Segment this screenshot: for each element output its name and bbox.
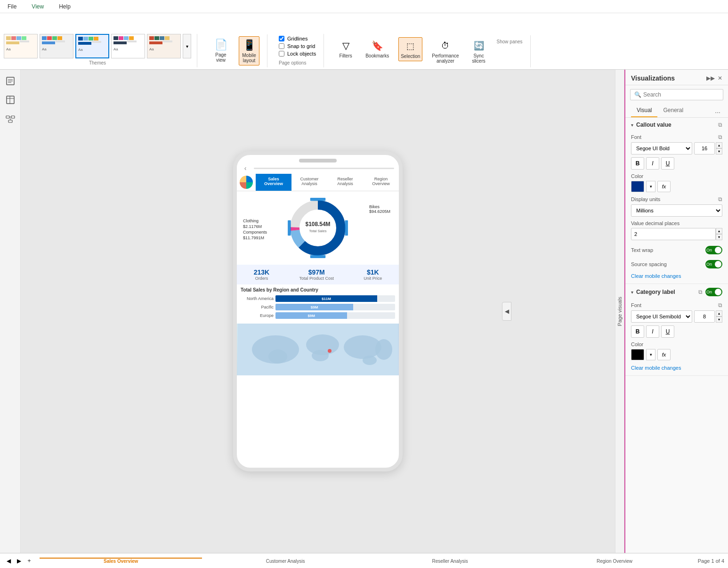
menu-help[interactable]: Help bbox=[55, 1, 74, 12]
kpi-cost: $97M Total Product Cost bbox=[299, 268, 334, 281]
source-spacing-toggle[interactable]: On bbox=[705, 260, 722, 268]
bottom-tab-customer[interactable]: Customer Analysis bbox=[204, 558, 366, 564]
theme-4[interactable]: Aa bbox=[111, 34, 145, 58]
nav-tab-sales[interactable]: SalesOverview bbox=[256, 174, 291, 191]
themes-more-btn[interactable]: ▾ bbox=[183, 34, 191, 58]
decimal-up[interactable]: ▴ bbox=[716, 228, 722, 234]
font-family-select-2[interactable]: Segoe UI Semibold bbox=[631, 310, 692, 323]
legend-clothing-value: $2.1176M bbox=[243, 224, 267, 229]
font-label-row-2: Font ⧉ bbox=[631, 302, 722, 308]
display-units-copy[interactable]: ⧉ bbox=[718, 196, 722, 203]
color-swatch-2[interactable] bbox=[631, 349, 644, 360]
fx-btn-2[interactable]: fx bbox=[657, 349, 671, 360]
text-wrap-toggle[interactable]: On bbox=[705, 246, 722, 254]
font-size-input-2[interactable] bbox=[694, 310, 715, 323]
bold-btn-2[interactable]: B bbox=[631, 325, 644, 338]
callout-value-header[interactable]: ▾ Callout value ⧉ bbox=[625, 118, 728, 132]
nav-tab-customer[interactable]: CustomerAnalysis bbox=[291, 174, 327, 191]
mobile-layout-btn[interactable]: 📱 Mobile layout bbox=[239, 36, 259, 65]
gridlines-checkbox[interactable]: Gridlines bbox=[279, 36, 316, 41]
page-view-btn[interactable]: 📄 Page view bbox=[210, 36, 231, 65]
bar-value-eur: $9M bbox=[307, 314, 315, 318]
sync-slicers-btn[interactable]: 🔄 Sync slicers bbox=[469, 37, 489, 65]
bold-btn-1[interactable]: B bbox=[631, 157, 644, 170]
svg-point-24 bbox=[268, 349, 287, 364]
page-visuals-tab[interactable]: Page visuals bbox=[615, 70, 624, 553]
mobile-avatar bbox=[240, 176, 253, 189]
decimal-down[interactable]: ▾ bbox=[716, 234, 722, 240]
size-down-2[interactable]: ▾ bbox=[716, 316, 722, 323]
sidebar-table-icon[interactable] bbox=[3, 92, 18, 107]
filters-btn[interactable]: ▽ Filters bbox=[335, 37, 356, 60]
color-dropdown-1[interactable]: ▾ bbox=[646, 181, 655, 192]
format-row-2: B I U bbox=[631, 325, 722, 338]
category-label-toggle[interactable]: On bbox=[705, 288, 722, 296]
size-up-2[interactable]: ▴ bbox=[716, 310, 722, 316]
donut-legend-right: Bikes $94.6205M bbox=[369, 204, 390, 214]
performance-btn[interactable]: ⏱ Performance analyzer bbox=[430, 37, 461, 65]
svg-text:Total Sales: Total Sales bbox=[309, 229, 326, 233]
nav-tab-reseller[interactable]: ResellerAnalysis bbox=[327, 174, 363, 191]
source-spacing-knob bbox=[715, 261, 721, 268]
show-panes-label: Show panes bbox=[497, 39, 523, 44]
snap-input[interactable] bbox=[279, 43, 284, 49]
tab-visual[interactable]: Visual bbox=[631, 104, 657, 117]
search-box[interactable]: 🔍 bbox=[630, 89, 723, 100]
sidebar-report-icon[interactable] bbox=[3, 73, 18, 89]
size-up-1[interactable]: ▴ bbox=[716, 142, 722, 148]
nav-back-btn[interactable]: ‹ bbox=[240, 164, 251, 172]
lock-objects-checkbox[interactable]: Lock objects bbox=[279, 51, 316, 57]
display-units-select[interactable]: Millions bbox=[631, 204, 722, 217]
bottom-tab-sales[interactable]: Sales Overview bbox=[40, 558, 202, 564]
menu-file[interactable]: File bbox=[4, 1, 20, 12]
underline-btn-1[interactable]: U bbox=[661, 157, 674, 170]
clear-mobile-link-1[interactable]: Clear mobile changes bbox=[631, 272, 722, 280]
snap-to-grid-checkbox[interactable]: Snap to grid bbox=[279, 43, 316, 49]
category-label-header[interactable]: ▾ Category label ⧉ On bbox=[625, 284, 728, 300]
panel-tab-more[interactable]: ... bbox=[713, 104, 722, 117]
menu-bar: File View Help bbox=[0, 0, 728, 13]
theme-3[interactable]: Aa bbox=[75, 34, 109, 58]
decimal-input[interactable] bbox=[631, 228, 716, 240]
color-dropdown-2[interactable]: ▾ bbox=[646, 349, 655, 360]
bookmarks-btn[interactable]: 🔖 Bookmarks bbox=[364, 37, 391, 60]
nav-tab-region[interactable]: RegionOverview bbox=[363, 174, 399, 191]
theme-2[interactable]: Aa bbox=[40, 34, 73, 58]
tab-general[interactable]: General bbox=[657, 104, 689, 117]
text-wrap-label: Text wrap bbox=[631, 247, 653, 253]
page-next-btn[interactable]: ▶ bbox=[14, 556, 24, 566]
search-icon: 🔍 bbox=[634, 91, 641, 98]
bar-track-eur: $9M bbox=[275, 312, 395, 319]
svg-rect-17 bbox=[310, 255, 326, 258]
italic-btn-1[interactable]: I bbox=[646, 157, 659, 170]
theme-1[interactable]: Aa bbox=[4, 34, 38, 58]
sidebar-model-icon[interactable] bbox=[3, 111, 18, 126]
page-prev-btn[interactable]: ◀ bbox=[4, 556, 13, 566]
bottom-tab-reseller[interactable]: Reseller Analysis bbox=[369, 558, 531, 564]
color-swatch-1[interactable] bbox=[631, 181, 644, 192]
page-add-btn[interactable]: ＋ bbox=[24, 556, 34, 566]
size-down-1[interactable]: ▾ bbox=[716, 148, 722, 154]
underline-btn-2[interactable]: U bbox=[661, 325, 674, 338]
font-family-select-1[interactable]: Segoe UI Bold bbox=[631, 142, 692, 154]
italic-btn-2[interactable]: I bbox=[646, 325, 659, 338]
callout-copy-icon[interactable]: ⧉ bbox=[718, 122, 722, 128]
menu-view[interactable]: View bbox=[28, 1, 48, 12]
bottom-tab-region[interactable]: Region Overview bbox=[533, 558, 696, 564]
gridlines-input[interactable] bbox=[279, 36, 284, 41]
font-size-input-1[interactable] bbox=[694, 142, 715, 154]
font-copy-icon-1[interactable]: ⧉ bbox=[718, 134, 722, 140]
fx-btn-1[interactable]: fx bbox=[657, 181, 671, 192]
performance-icon: ⏱ bbox=[439, 39, 452, 52]
font-copy-icon-2[interactable]: ⧉ bbox=[718, 302, 722, 308]
format-row-1: B I U bbox=[631, 157, 722, 170]
clear-mobile-link-2[interactable]: Clear mobile changes bbox=[631, 364, 722, 372]
category-copy-icon[interactable]: ⧉ bbox=[698, 289, 703, 295]
collapse-panel-btn[interactable]: ◀ bbox=[502, 302, 511, 321]
selection-btn[interactable]: ⬚ Selection bbox=[398, 37, 422, 61]
lock-input[interactable] bbox=[279, 51, 284, 57]
panel-expand-icon[interactable]: ▶▶ bbox=[706, 75, 715, 81]
theme-5[interactable]: Aa bbox=[147, 34, 181, 58]
search-input[interactable] bbox=[643, 91, 719, 98]
panel-close-btn[interactable]: ✕ bbox=[718, 75, 722, 81]
